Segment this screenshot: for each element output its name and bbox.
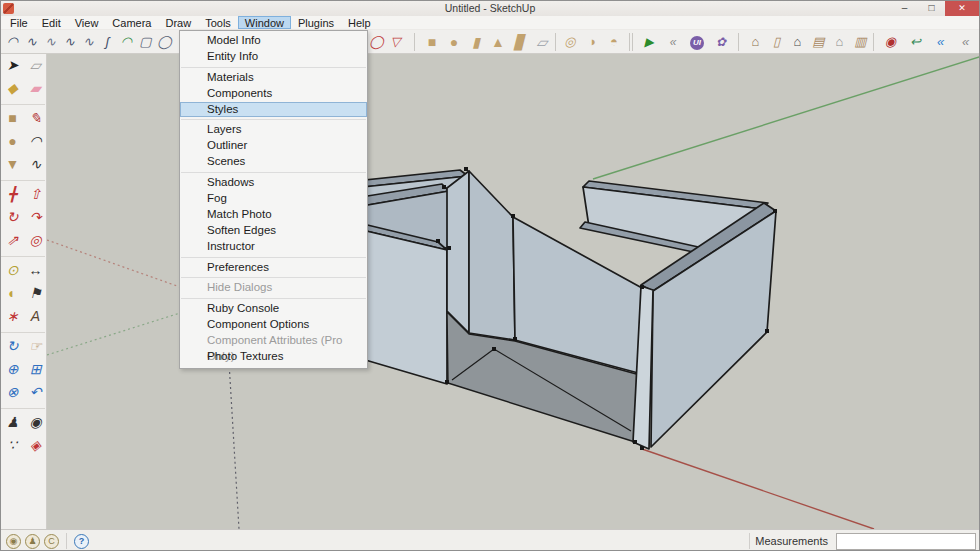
menu-item-outliner[interactable]: Outliner [180, 138, 367, 154]
paint-bucket-tool[interactable]: ◆ [1, 77, 24, 100]
cone-solid-icon[interactable]: ▲ [487, 31, 509, 53]
orbit-tool[interactable]: ↻ [1, 335, 24, 358]
back-blue-icon[interactable]: « [928, 31, 953, 53]
arc-tool-icon[interactable]: ◠ [3, 31, 22, 53]
menu-item-styles[interactable]: Styles [180, 102, 367, 118]
zoom-window-tool[interactable]: ⊞ [24, 358, 47, 381]
flower-plugin-icon[interactable]: ✿ [709, 31, 733, 53]
record-icon[interactable]: ◉ [878, 31, 903, 53]
toolbar-divider[interactable] [1, 252, 45, 257]
scale-tool[interactable]: ⇗ [1, 229, 24, 252]
menu-view[interactable]: View [68, 16, 106, 29]
back-gray-icon[interactable]: « [953, 31, 978, 53]
bezier-edit-icon[interactable]: ∿ [41, 31, 60, 53]
menu-plugins[interactable]: Plugins [291, 16, 341, 29]
house-textured-icon[interactable]: ⌂ [745, 31, 766, 53]
position-camera-tool[interactable]: ♟ [1, 411, 24, 434]
undo-arrow-icon[interactable]: ↩ [903, 31, 928, 53]
cylinder-solid-icon[interactable]: ▮ [465, 31, 487, 53]
geolocation-icon[interactable]: ◉ [6, 534, 21, 549]
ui-plugin-icon[interactable]: UI [685, 31, 709, 53]
line-tool[interactable]: ✎ [24, 107, 47, 130]
menu-item-preferences[interactable]: Preferences [180, 260, 367, 276]
menu-item-component-options[interactable]: Component Options [180, 317, 367, 333]
garage-icon[interactable]: ▥ [850, 31, 871, 53]
house-outline-icon[interactable]: ⌂ [829, 31, 850, 53]
menu-item-layers[interactable]: Layers [180, 122, 367, 138]
look-around-tool[interactable]: ◉ [24, 411, 47, 434]
menu-item-materials[interactable]: Materials [180, 70, 367, 86]
axes-tool[interactable]: ∗ [1, 305, 24, 328]
sphere-tool-icon[interactable]: ◑ [581, 31, 603, 53]
s-curve-icon[interactable]: ʃ [98, 31, 117, 53]
pan-tool[interactable]: ☞ [24, 335, 47, 358]
rewind-plugin-icon[interactable]: « [661, 31, 685, 53]
polygon-tool[interactable]: ▼ [1, 153, 24, 176]
play-plugin-icon[interactable]: ▶ [637, 31, 661, 53]
dome-solid-icon[interactable]: ▊ [509, 31, 531, 53]
follow-me-tool[interactable]: ↷ [24, 206, 47, 229]
green-arc-icon[interactable]: ◠ [117, 31, 136, 53]
menu-item-ruby-console[interactable]: Ruby Console [180, 301, 367, 317]
menu-item-shadows[interactable]: Shadows [180, 175, 367, 191]
menu-help[interactable]: Help [341, 16, 378, 29]
oval-shape-icon[interactable]: ◯ [367, 31, 386, 53]
menu-file[interactable]: File [3, 16, 35, 29]
box-solid-icon[interactable]: ■ [421, 31, 443, 53]
plane-solid-icon[interactable]: ▱ [531, 31, 553, 53]
dome-arrow-icon[interactable]: ◓ [603, 31, 625, 53]
rotate-tool[interactable]: ↻ [1, 206, 24, 229]
freehand-tool[interactable]: ∿ [24, 153, 47, 176]
wedge-shape-icon[interactable]: ▽ [386, 31, 405, 53]
toolbar-divider[interactable] [1, 328, 45, 333]
credit-icon[interactable]: ♟ [25, 534, 40, 549]
text-tool[interactable]: ⚑ [24, 282, 47, 305]
menu-item-photo-textures[interactable]: Photo Textures [180, 349, 367, 365]
toolbar-divider[interactable] [1, 176, 45, 181]
rounded-rect-icon[interactable]: ▢ [136, 31, 155, 53]
protractor-tool[interactable]: ◐ [1, 282, 24, 305]
claim-credit-icon[interactable]: C [44, 534, 59, 549]
3d-text-tool[interactable]: A [24, 305, 47, 328]
menu-item-match-photo[interactable]: Match Photo [180, 207, 367, 223]
zoom-tool[interactable]: ⊕ [1, 358, 24, 381]
menu-item-model-info[interactable]: Model Info [180, 33, 367, 49]
tape-measure-tool[interactable]: ⊙ [1, 259, 24, 282]
select-tool[interactable]: ➤ [1, 54, 24, 77]
arc-tool[interactable]: ◠ [24, 130, 47, 153]
toolbar-divider[interactable] [1, 404, 45, 409]
zoom-previous-tool[interactable]: ↶ [24, 381, 47, 404]
restore-button[interactable]: □ [918, 1, 945, 16]
menu-tools[interactable]: Tools [198, 16, 238, 29]
house-solid-icon[interactable]: ⌂ [787, 31, 808, 53]
help-icon[interactable]: ? [74, 534, 89, 549]
menu-item-scenes[interactable]: Scenes [180, 154, 367, 170]
rectangle-tool[interactable]: ■ [1, 107, 24, 130]
zoom-extents-tool[interactable]: ⊗ [1, 381, 24, 404]
push-pull-tool[interactable]: ⇧ [24, 183, 47, 206]
polyline-curve-icon[interactable]: ∿ [60, 31, 79, 53]
menu-item-components[interactable]: Components [180, 86, 367, 102]
move-tool[interactable]: ╋ [1, 183, 24, 206]
walk-tool[interactable]: ∵ [1, 434, 24, 457]
close-button[interactable]: ✕ [945, 1, 979, 16]
spline-icon[interactable]: ∿ [79, 31, 98, 53]
minimize-button[interactable]: – [891, 1, 918, 16]
menu-item-entity-info[interactable]: Entity Info [180, 49, 367, 65]
menu-draw[interactable]: Draw [158, 16, 198, 29]
circle-shape-icon[interactable]: ◯ [155, 31, 174, 53]
eraser-tool[interactable]: ▰ [24, 77, 47, 100]
circle-tool[interactable]: ● [1, 130, 24, 153]
menu-item-fog[interactable]: Fog [180, 191, 367, 207]
door-panel-icon[interactable]: ▯ [766, 31, 787, 53]
menu-camera[interactable]: Camera [105, 16, 158, 29]
sphere-solid-icon[interactable]: ● [443, 31, 465, 53]
menu-edit[interactable]: Edit [35, 16, 68, 29]
bezier-curve-icon[interactable]: ∿ [22, 31, 41, 53]
menu-window[interactable]: Window [238, 16, 291, 29]
offset-tool[interactable]: ◎ [24, 229, 47, 252]
section-plane-tool[interactable]: ◈ [24, 434, 47, 457]
measurements-input[interactable] [836, 533, 976, 550]
window-panel-icon[interactable]: ▤ [808, 31, 829, 53]
dimension-tool[interactable]: ↔ [24, 259, 47, 282]
